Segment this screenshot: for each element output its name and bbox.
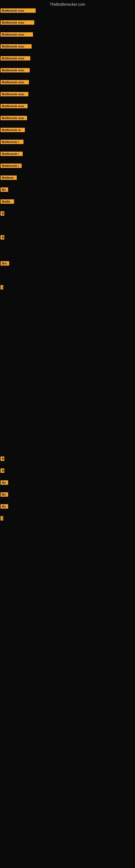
- bottleneck-label: Bottleneck re: [1, 128, 25, 132]
- bottleneck-label: Bottleneck resu: [1, 20, 34, 25]
- bottleneck-label: Bottleneck resu: [1, 68, 30, 72]
- list-item: Bot: [0, 260, 10, 268]
- list-item: Bottleneck resu: [0, 20, 35, 27]
- list-item: B: [0, 468, 5, 475]
- list-item: Bottleneck resu: [0, 43, 32, 51]
- bottleneck-label: Bottleneck resu: [1, 32, 33, 37]
- list-item: Bottleneck r: [0, 163, 22, 170]
- bottleneck-label: Bottleneck r: [1, 152, 23, 156]
- bottleneck-label: Bottleneck resu: [1, 116, 27, 120]
- list-item: Bottleneck resu: [0, 91, 29, 98]
- bottleneck-label: B: [1, 235, 4, 240]
- list-item: Bottleneck re: [0, 127, 26, 134]
- list-item: Bottleneck resu: [0, 67, 30, 74]
- site-title: TheBottlenecker.com: [0, 0, 135, 8]
- site-title-bar: TheBottlenecker.com: [0, 0, 135, 8]
- bottleneck-label: Bottleneck resu: [1, 80, 29, 84]
- list-item: Bottleneck resu: [0, 55, 31, 62]
- list-item: B: [0, 211, 5, 218]
- bottleneck-label: Bottleneck resu: [1, 44, 32, 49]
- bottleneck-label: B: [1, 211, 4, 216]
- bottleneck-label: Bo: [1, 504, 8, 508]
- list-item: B: [0, 235, 5, 241]
- bottleneck-label: Bottleneck r: [1, 140, 24, 144]
- bottleneck-label: Bottle: [1, 199, 14, 204]
- bottleneck-label: Bo: [1, 187, 8, 192]
- bottleneck-label: Bottlene: [1, 176, 17, 180]
- bottleneck-label: Bottleneck r: [1, 163, 21, 168]
- list-item: Bo: [0, 187, 9, 194]
- bottleneck-label: B: [1, 468, 4, 473]
- list-item: Bottleneck resu: [0, 103, 28, 110]
- bottleneck-label: Bot: [1, 261, 9, 266]
- bottleneck-label: Bottleneck resu: [1, 8, 36, 13]
- list-item: Bottle: [0, 198, 14, 206]
- list-item: |: [0, 284, 4, 291]
- list-item: Bottleneck resu: [0, 79, 30, 86]
- list-item: Bottlene: [0, 175, 17, 182]
- bottleneck-label: Bo: [1, 480, 8, 485]
- bottleneck-label: Bo: [1, 492, 8, 497]
- list-item: Bottleneck r: [0, 139, 24, 146]
- bottleneck-label: Bottleneck resu: [1, 92, 28, 96]
- bottleneck-label: B: [1, 457, 4, 461]
- list-item: Bo: [0, 479, 9, 487]
- list-item: Bottleneck resu: [0, 8, 36, 14]
- list-item: Bottleneck resu: [0, 115, 28, 122]
- list-item: |: [0, 516, 4, 522]
- bottleneck-label: Bottleneck resu: [1, 56, 30, 61]
- list-item: B: [0, 456, 5, 463]
- list-item: Bo: [0, 492, 9, 499]
- bottleneck-label: |: [1, 285, 3, 289]
- list-item: Bo: [0, 503, 9, 510]
- list-item: Bottleneck r: [0, 151, 23, 158]
- bottleneck-label: |: [1, 516, 3, 521]
- list-item: Bottleneck resu: [0, 31, 34, 38]
- bottleneck-label: Bottleneck resu: [1, 104, 28, 108]
